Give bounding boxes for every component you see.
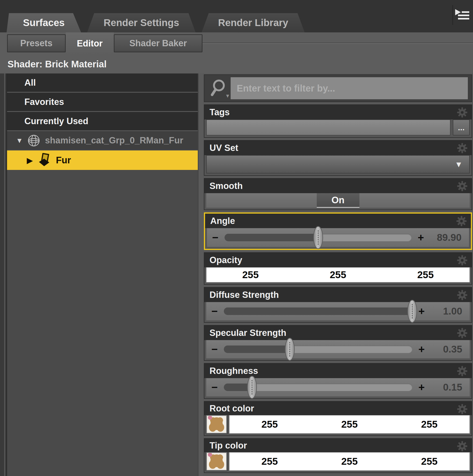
angle-header: Angle: [205, 214, 471, 228]
diffuse-slider-handle[interactable]: [407, 300, 417, 323]
gear-icon[interactable]: [456, 142, 468, 154]
sidebar-item-currently-used[interactable]: Currently Used: [7, 112, 198, 131]
decrement-button[interactable]: −: [212, 382, 218, 393]
tip-color-b-value[interactable]: 255: [390, 453, 469, 470]
shader-label: Shader: Brick Material: [0, 55, 473, 73]
gear-icon[interactable]: [456, 215, 468, 227]
roughness-label: Roughness: [210, 366, 258, 376]
section-specular-strength: Specular Strength −: [204, 325, 472, 361]
increment-button[interactable]: +: [418, 382, 425, 393]
slider-fill: [225, 234, 318, 241]
expand-closed-icon[interactable]: ▶: [27, 156, 33, 165]
properties-column: ▼ Tags: [203, 73, 473, 476]
section-root-color: Root color 255 255 255: [204, 401, 472, 436]
opacity-b-value[interactable]: 255: [382, 268, 469, 282]
opacity-label: Opacity: [210, 255, 242, 265]
filter-bar: ▼: [204, 74, 472, 102]
root-color-g-value[interactable]: 255: [310, 416, 389, 433]
decrement-button[interactable]: −: [212, 306, 218, 317]
tab-render-library[interactable]: Render Library: [202, 13, 305, 32]
section-angle: Angle −: [204, 212, 472, 250]
gear-icon[interactable]: [456, 180, 468, 192]
filter-input[interactable]: [231, 77, 468, 99]
tip-color-texture-thumbnail[interactable]: [206, 452, 227, 471]
gear-icon[interactable]: [456, 289, 468, 301]
search-filter-menu-button[interactable]: ▼: [208, 77, 231, 100]
surface-item-label: Fur: [56, 155, 71, 166]
diffuse-strength-value[interactable]: 1.00: [425, 306, 465, 317]
root-color-header: Root color: [204, 402, 472, 415]
subtab-bar-filler: [202, 34, 473, 52]
gear-icon[interactable]: [456, 254, 468, 266]
tab-render-settings[interactable]: Render Settings: [87, 13, 196, 32]
sidebar-item-all[interactable]: All: [7, 73, 198, 93]
expand-open-icon[interactable]: ▼: [16, 136, 23, 145]
tab-surfaces[interactable]: Surfaces: [7, 13, 81, 32]
panel-options-button[interactable]: [452, 5, 471, 25]
gear-icon[interactable]: [456, 440, 468, 452]
gear-icon[interactable]: [456, 327, 468, 339]
specular-strength-label: Specular Strength: [210, 328, 286, 338]
opacity-g-value[interactable]: 255: [294, 268, 382, 282]
tree-node-object[interactable]: ▼ shamisen_cat_Grp_0_RMan_Fur: [7, 131, 198, 151]
tags-more-button[interactable]: ...: [453, 119, 470, 136]
section-tip-color: Tip color 255 255 255: [204, 438, 472, 473]
tip-color-g-value[interactable]: 255: [310, 453, 389, 470]
angle-slider-handle[interactable]: [313, 226, 323, 249]
root-color-label: Root color: [210, 404, 254, 414]
specular-strength-header: Specular Strength: [204, 325, 472, 340]
tip-color-r-value[interactable]: 255: [230, 453, 310, 470]
increment-button[interactable]: +: [418, 306, 425, 317]
root-color-r-value[interactable]: 255: [230, 416, 310, 433]
panel-splitter[interactable]: [198, 73, 203, 476]
roughness-value[interactable]: 0.15: [425, 382, 465, 393]
angle-value[interactable]: 89.90: [424, 232, 464, 243]
subtab-shader-baker[interactable]: Shader Baker: [114, 34, 202, 52]
subtab-editor[interactable]: Editor: [66, 32, 114, 55]
angle-slider[interactable]: [225, 234, 411, 241]
subtab-presets[interactable]: Presets: [7, 34, 66, 52]
surface-list-sidebar: All Favorites Currently Used ▼ shamisen_…: [7, 73, 198, 476]
diffuse-strength-label: Diffuse Strength: [210, 290, 279, 300]
tip-color-label: Tip color: [210, 441, 247, 451]
opacity-header: Opacity: [204, 253, 472, 267]
angle-slider-row: − + 89.90: [207, 228, 469, 247]
sidebar-item-favorites[interactable]: Favorites: [7, 93, 198, 112]
increment-button[interactable]: +: [418, 344, 425, 355]
section-smooth: Smooth On: [204, 178, 472, 210]
slider-fill: [224, 345, 290, 353]
root-color-texture-thumbnail[interactable]: [206, 415, 227, 434]
surface-item-fur-selected[interactable]: ▶ Fur: [7, 151, 198, 170]
roughness-slider[interactable]: [224, 384, 412, 391]
tip-color-rgb-bar: 255 255 255: [229, 452, 470, 471]
chevron-down-icon: ▼: [455, 160, 463, 169]
uv-set-header: UV Set: [204, 141, 472, 155]
specular-strength-slider[interactable]: [224, 345, 412, 353]
increment-button[interactable]: +: [418, 232, 424, 243]
slider-fill: [224, 307, 412, 315]
content-area: All Favorites Currently Used ▼ shamisen_…: [0, 73, 473, 476]
surfaces-pane: Surfaces Render Settings Render Library …: [0, 0, 473, 476]
section-opacity: Opacity 255 255 255: [204, 252, 472, 285]
section-diffuse-strength: Diffuse Strength −: [204, 287, 472, 323]
diffuse-strength-slider[interactable]: [224, 307, 412, 315]
smooth-on-button[interactable]: On: [317, 193, 359, 208]
decrement-button[interactable]: −: [212, 344, 218, 355]
specular-slider-handle[interactable]: [285, 338, 295, 361]
tags-input[interactable]: [206, 119, 451, 136]
gear-icon[interactable]: [456, 403, 468, 415]
uv-set-dropdown[interactable]: ▼: [206, 155, 470, 173]
section-uv-set: UV Set ▼: [204, 140, 472, 176]
roughness-slider-handle[interactable]: [247, 376, 257, 399]
decrement-button[interactable]: −: [212, 232, 218, 243]
subtab-bar: Presets Editor Shader Baker: [0, 32, 473, 55]
smooth-header: Smooth: [204, 179, 472, 193]
smooth-label: Smooth: [210, 181, 243, 191]
root-color-b-value[interactable]: 255: [390, 416, 469, 433]
specular-strength-value[interactable]: 0.35: [425, 344, 465, 355]
gear-icon[interactable]: [456, 365, 468, 377]
gear-icon[interactable]: [456, 106, 468, 119]
object-sphere-icon: [27, 134, 40, 147]
diffuse-strength-header: Diffuse Strength: [204, 288, 472, 302]
opacity-r-value[interactable]: 255: [207, 268, 294, 282]
